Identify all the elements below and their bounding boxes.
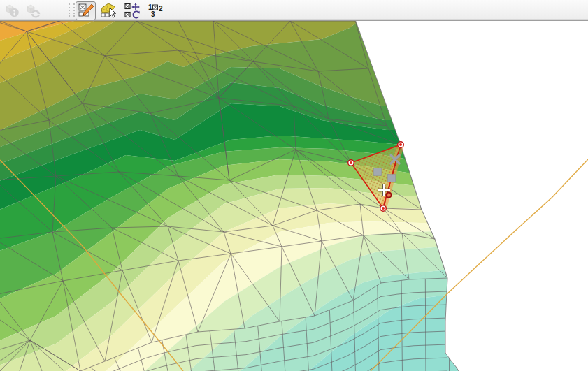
cube-refresh-icon — [25, 2, 42, 19]
map-canvas[interactable] — [0, 0, 588, 371]
mesh-select-icon — [100, 2, 117, 19]
toolbar-drag-handle[interactable] — [69, 3, 75, 17]
mesh-transform-icon — [124, 2, 141, 19]
vertex-marker-dot — [382, 207, 385, 210]
select-mesh-elements-button[interactable] — [99, 1, 117, 19]
reindex-digit-2: 2 — [159, 5, 163, 13]
qgis-mesh-editing-window: 1 2 3 — [0, 0, 588, 371]
face-center-marker[interactable] — [374, 168, 382, 176]
mesh-information-button[interactable] — [3, 1, 21, 19]
reindex-digit-3: 3 — [151, 10, 155, 18]
digitize-mesh-elements-button[interactable] — [76, 1, 96, 20]
vertex-marker-dot — [350, 161, 352, 164]
new-vertex-marker — [386, 192, 391, 197]
vertex-marker-dot — [399, 143, 402, 146]
reindex-faces-and-vertices-button[interactable]: 1 2 3 — [145, 1, 163, 19]
transform-mesh-vertices-button[interactable] — [123, 1, 141, 19]
mesh-editing-toolbar: 1 2 3 — [0, 0, 588, 21]
reload-mesh-button[interactable] — [24, 1, 42, 19]
cube-info-icon — [4, 2, 21, 19]
mesh-pencil-icon — [78, 3, 94, 19]
edge-midpoint-marker[interactable] — [388, 175, 396, 182]
mesh-reindex-icon: 1 2 3 — [146, 2, 163, 19]
